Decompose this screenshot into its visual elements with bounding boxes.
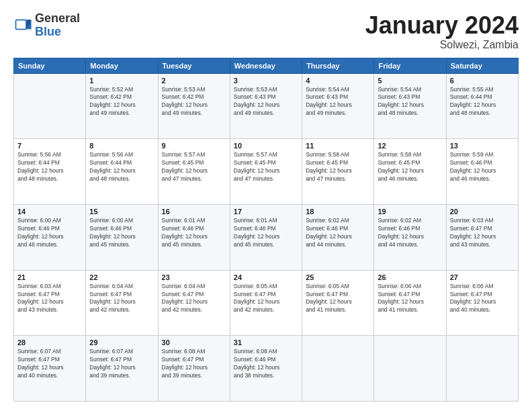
day-number: 19 [378,208,442,216]
weekday-header: Tuesday [158,58,230,73]
calendar-cell: 12Sunrise: 5:58 AM Sunset: 6:45 PM Dayli… [374,139,446,205]
weekday-header: Monday [86,58,158,73]
calendar-cell [302,336,374,402]
calendar-cell: 21Sunrise: 6:03 AM Sunset: 6:47 PM Dayli… [14,270,86,336]
calendar-week-row: 1Sunrise: 5:52 AM Sunset: 6:42 PM Daylig… [14,73,519,139]
weekday-header: Thursday [302,58,374,73]
calendar-cell: 2Sunrise: 5:53 AM Sunset: 6:42 PM Daylig… [158,73,230,139]
calendar-cell: 18Sunrise: 6:02 AM Sunset: 6:46 PM Dayli… [302,204,374,270]
calendar-cell: 23Sunrise: 6:04 AM Sunset: 6:47 PM Dayli… [158,270,230,336]
day-number: 21 [17,273,82,281]
day-number: 4 [306,77,370,85]
day-number: 26 [378,273,442,281]
day-info: Sunrise: 6:04 AM Sunset: 6:47 PM Dayligh… [89,283,154,315]
day-info: Sunrise: 6:03 AM Sunset: 6:47 PM Dayligh… [17,283,82,315]
day-number: 18 [306,208,370,216]
day-info: Sunrise: 6:08 AM Sunset: 6:46 PM Dayligh… [234,348,298,380]
day-number: 7 [17,142,82,150]
calendar-cell: 13Sunrise: 5:59 AM Sunset: 6:46 PM Dayli… [446,139,518,205]
calendar-cell: 11Sunrise: 5:58 AM Sunset: 6:45 PM Dayli… [302,139,374,205]
day-info: Sunrise: 5:53 AM Sunset: 6:42 PM Dayligh… [162,86,226,118]
weekday-header: Wednesday [230,58,302,73]
calendar-cell: 24Sunrise: 6:05 AM Sunset: 6:47 PM Dayli… [230,270,302,336]
calendar-cell: 20Sunrise: 6:03 AM Sunset: 6:47 PM Dayli… [446,204,518,270]
calendar-cell: 26Sunrise: 6:06 AM Sunset: 6:47 PM Dayli… [374,270,446,336]
day-number: 10 [234,142,298,150]
calendar-cell: 3Sunrise: 5:53 AM Sunset: 6:43 PM Daylig… [230,73,302,139]
calendar-cell [374,336,446,402]
day-info: Sunrise: 6:04 AM Sunset: 6:47 PM Dayligh… [162,283,226,315]
calendar-cell: 4Sunrise: 5:54 AM Sunset: 6:43 PM Daylig… [302,73,374,139]
calendar-cell: 17Sunrise: 6:01 AM Sunset: 6:46 PM Dayli… [230,204,302,270]
day-info: Sunrise: 6:08 AM Sunset: 6:47 PM Dayligh… [162,348,226,380]
day-info: Sunrise: 5:58 AM Sunset: 6:45 PM Dayligh… [378,151,442,183]
day-info: Sunrise: 6:07 AM Sunset: 6:47 PM Dayligh… [89,348,154,380]
day-info: Sunrise: 5:54 AM Sunset: 6:43 PM Dayligh… [378,86,442,118]
day-number: 11 [306,142,370,150]
calendar-cell: 22Sunrise: 6:04 AM Sunset: 6:47 PM Dayli… [86,270,158,336]
calendar-cell: 6Sunrise: 5:55 AM Sunset: 6:44 PM Daylig… [446,73,518,139]
day-number: 28 [17,338,82,347]
calendar-week-row: 14Sunrise: 6:00 AM Sunset: 6:46 PM Dayli… [14,204,519,270]
day-number: 31 [234,338,298,347]
logo: General Blue [13,12,80,39]
calendar-week-row: 7Sunrise: 5:56 AM Sunset: 6:44 PM Daylig… [14,139,519,205]
day-number: 15 [89,208,154,216]
calendar-cell: 1Sunrise: 5:52 AM Sunset: 6:42 PM Daylig… [86,73,158,139]
calendar-cell: 5Sunrise: 5:54 AM Sunset: 6:43 PM Daylig… [374,73,446,139]
day-number: 23 [162,273,226,281]
day-number: 8 [89,142,154,150]
calendar-table: SundayMondayTuesdayWednesdayThursdayFrid… [13,58,519,402]
day-number: 25 [306,273,370,281]
location-title: Solwezi, Zambia [365,39,519,51]
calendar-cell: 30Sunrise: 6:08 AM Sunset: 6:47 PM Dayli… [158,336,230,402]
calendar-cell: 19Sunrise: 6:02 AM Sunset: 6:46 PM Dayli… [374,204,446,270]
day-number: 29 [89,338,154,347]
logo-general: General [35,11,80,25]
day-info: Sunrise: 5:55 AM Sunset: 6:44 PM Dayligh… [450,86,515,118]
month-title: January 2024 [365,12,519,39]
day-number: 14 [17,208,82,216]
day-info: Sunrise: 6:06 AM Sunset: 6:47 PM Dayligh… [378,283,442,315]
day-number: 5 [378,77,442,85]
calendar-header: SundayMondayTuesdayWednesdayThursdayFrid… [14,58,519,73]
day-info: Sunrise: 6:07 AM Sunset: 6:47 PM Dayligh… [17,348,82,380]
day-info: Sunrise: 6:02 AM Sunset: 6:46 PM Dayligh… [378,217,442,249]
calendar-cell [446,336,518,402]
calendar-cell: 7Sunrise: 5:56 AM Sunset: 6:44 PM Daylig… [14,139,86,205]
day-number: 16 [162,208,226,216]
day-number: 30 [162,338,226,347]
day-number: 22 [89,273,154,281]
weekday-header: Saturday [446,58,518,73]
day-info: Sunrise: 6:02 AM Sunset: 6:46 PM Dayligh… [306,217,370,249]
calendar-week-row: 28Sunrise: 6:07 AM Sunset: 6:47 PM Dayli… [14,336,519,402]
calendar-cell: 9Sunrise: 5:57 AM Sunset: 6:45 PM Daylig… [158,139,230,205]
day-info: Sunrise: 6:03 AM Sunset: 6:47 PM Dayligh… [450,217,515,249]
day-number: 20 [450,208,515,216]
day-info: Sunrise: 6:01 AM Sunset: 6:46 PM Dayligh… [234,217,298,249]
day-info: Sunrise: 5:54 AM Sunset: 6:43 PM Dayligh… [306,86,370,118]
day-info: Sunrise: 6:05 AM Sunset: 6:47 PM Dayligh… [234,283,298,315]
day-number: 6 [450,77,515,85]
calendar-cell [14,73,86,139]
calendar-week-row: 21Sunrise: 6:03 AM Sunset: 6:47 PM Dayli… [14,270,519,336]
day-info: Sunrise: 6:00 AM Sunset: 6:46 PM Dayligh… [89,217,154,249]
header: General Blue January 2024 Solwezi, Zambi… [13,12,519,51]
day-number: 1 [89,77,154,85]
day-info: Sunrise: 5:53 AM Sunset: 6:43 PM Dayligh… [234,86,298,118]
svg-rect-2 [16,19,26,29]
day-number: 2 [162,77,226,85]
day-number: 17 [234,208,298,216]
title-block: January 2024 Solwezi, Zambia [365,12,519,51]
day-info: Sunrise: 5:57 AM Sunset: 6:45 PM Dayligh… [234,151,298,183]
day-info: Sunrise: 5:57 AM Sunset: 6:45 PM Dayligh… [162,151,226,183]
day-number: 13 [450,142,515,150]
calendar-cell: 29Sunrise: 6:07 AM Sunset: 6:47 PM Dayli… [86,336,158,402]
calendar-cell: 8Sunrise: 5:56 AM Sunset: 6:44 PM Daylig… [86,139,158,205]
day-info: Sunrise: 5:52 AM Sunset: 6:42 PM Dayligh… [89,86,154,118]
day-info: Sunrise: 6:01 AM Sunset: 6:46 PM Dayligh… [162,217,226,249]
weekday-header: Sunday [14,58,86,73]
day-number: 24 [234,273,298,281]
logo-icon [13,16,32,35]
day-info: Sunrise: 6:06 AM Sunset: 6:47 PM Dayligh… [450,283,515,315]
